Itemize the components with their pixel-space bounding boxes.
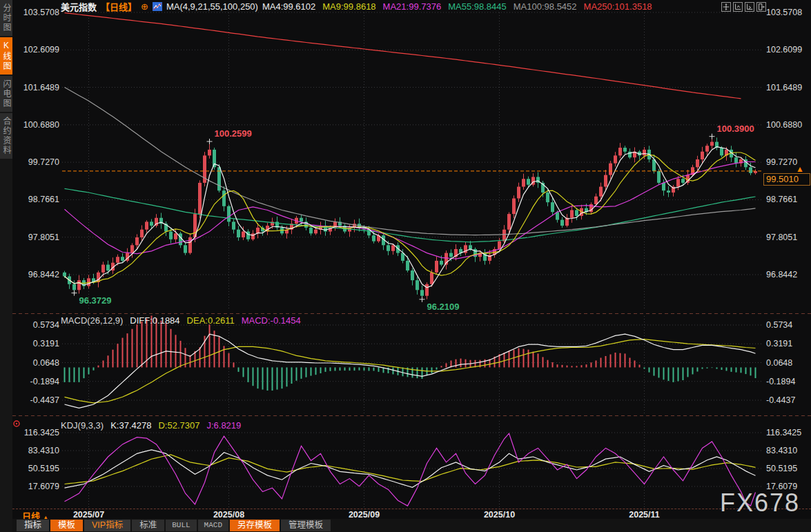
fit-x-axis-icon[interactable] (745, 2, 754, 12)
kdj-name: KDJ(9,3,3) (61, 420, 104, 431)
kdj-k-value: K:37.4278 (110, 420, 151, 431)
svg-text:0.0648: 0.0648 (766, 358, 792, 368)
svg-text:50.5195: 50.5195 (766, 464, 797, 473)
price-annotations (72, 134, 715, 302)
x-axis-label: 2025/10 (484, 510, 515, 520)
svg-text:102.6099: 102.6099 (766, 45, 802, 55)
svg-text:100.3900: 100.3900 (717, 124, 754, 134)
window-controls (721, 2, 766, 12)
macd-pane (65, 315, 756, 408)
exit-icon[interactable] (756, 2, 766, 12)
kdj-pane (65, 433, 756, 506)
macd-hist-value: MACD:-0.1454 (242, 315, 301, 326)
toolbar-button-0[interactable]: 指标 (17, 520, 49, 531)
sidebar-tab-0[interactable]: 分时图 (0, 0, 12, 36)
svg-text:96.3729: 96.3729 (79, 295, 112, 306)
svg-text:97.8051: 97.8051 (28, 233, 59, 242)
ma-values: MA4:99.6102MA9:99.8618MA21:99.7376MA55:9… (262, 1, 652, 12)
x-axis-row: 日线 ▲ 2025/072025/082025/092025/102025/11 (12, 509, 811, 520)
x-axis-label: 2025/08 (213, 510, 244, 520)
ma-value: MA55:98.8445 (448, 1, 507, 12)
svg-text:17.6079: 17.6079 (28, 482, 59, 491)
toolbar-button-4[interactable]: BULL (166, 520, 196, 531)
svg-text:100.2599: 100.2599 (215, 128, 252, 139)
ma-value: MA4:99.6102 (262, 1, 315, 12)
period-tag: 【日线】 (101, 0, 137, 13)
sidebar-tab-2[interactable]: 闪电图 (0, 76, 12, 112)
add-indicator-icon[interactable]: ⊕ (141, 1, 148, 12)
macd-diff-value: DIFF:0.1884 (130, 315, 179, 326)
svg-text:-0.4437: -0.4437 (766, 395, 795, 405)
price-up-arrow-icon: ▲ (796, 164, 804, 174)
svg-text:0.5734: 0.5734 (766, 320, 792, 330)
svg-text:99.7270: 99.7270 (766, 157, 797, 167)
svg-text:101.6489: 101.6489 (23, 83, 59, 92)
pan-icon[interactable] (721, 2, 731, 12)
kdj-header: KDJ(9,3,3) K:37.4278 D:52.7307 J:6.8219 (61, 420, 241, 431)
svg-text:0.0648: 0.0648 (33, 358, 59, 368)
sidebar-tab-1[interactable]: K线图 (0, 37, 12, 75)
chart-canvas[interactable]: 103.5708103.5708102.6099102.6099101.6489… (0, 0, 811, 532)
chart-style-icon[interactable] (153, 2, 162, 11)
svg-text:100.6880: 100.6880 (23, 120, 59, 130)
ma-lines (65, 13, 756, 288)
x-axis-label: 2025/09 (349, 510, 380, 520)
svg-text:-0.4437: -0.4437 (30, 395, 59, 405)
bottom-toolbar: 指标模板VIP指标标准BULLMACD另存模板管理模板 (12, 519, 811, 532)
svg-text:98.7661: 98.7661 (766, 195, 797, 204)
svg-text:96.8442: 96.8442 (766, 270, 797, 279)
svg-text:96.8442: 96.8442 (28, 270, 59, 279)
chart-type-sidebar: 分时图K线图闪电图合约资料 (0, 0, 12, 532)
svg-text:101.6489: 101.6489 (766, 83, 802, 92)
toolbar-button-5[interactable]: MACD (198, 520, 228, 531)
x-axis-label: 2025/07 (73, 510, 104, 520)
svg-text:100.6880: 100.6880 (766, 120, 802, 130)
svg-text:96.2109: 96.2109 (427, 302, 460, 312)
svg-text:99.7270: 99.7270 (28, 157, 59, 167)
svg-text:50.5195: 50.5195 (28, 464, 59, 473)
svg-text:103.5708: 103.5708 (766, 8, 802, 17)
symbol-name: 美元指数 (61, 0, 97, 13)
toolbar-button-2[interactable]: VIP指标 (84, 520, 130, 531)
ma-settings-label: MA(4,9,21,55,100,250) (166, 1, 258, 12)
svg-text:0.3191: 0.3191 (766, 339, 792, 348)
macd-dea-value: DEA:0.2611 (187, 315, 235, 326)
watermark: FX678 (720, 489, 800, 518)
x-axis-label: 2025/11 (629, 510, 660, 520)
svg-text:-0.1894: -0.1894 (766, 377, 795, 386)
svg-text:97.8051: 97.8051 (766, 233, 797, 242)
kdj-d-value: D:52.7307 (158, 420, 199, 431)
fit-y-axis-icon[interactable] (733, 2, 743, 12)
last-price-tag: 99.5010 (763, 173, 810, 186)
ma-value: MA100:98.5452 (514, 1, 577, 12)
svg-text:98.7661: 98.7661 (28, 195, 59, 204)
svg-text:0.3191: 0.3191 (33, 339, 59, 348)
svg-text:102.6099: 102.6099 (23, 45, 59, 55)
svg-text:83.4310: 83.4310 (766, 446, 797, 455)
chart-header: 美元指数 【日线】 ⊕ MA(4,9,21,55,100,250) MA4:99… (61, 0, 652, 13)
macd-header: MACD(26,12,9) DIFF:0.1884 DEA:0.2611 MAC… (61, 315, 301, 326)
toolbar-button-6[interactable]: 另存模板 (230, 520, 280, 531)
trading-app: 103.5708103.5708102.6099102.6099101.6489… (0, 0, 811, 532)
sidebar-tab-3[interactable]: 合约资料 (0, 113, 12, 159)
kdj-settings-icon[interactable] (14, 421, 19, 426)
ma-value: MA21:99.7376 (383, 1, 442, 12)
macd-name: MACD(26,12,9) (61, 315, 123, 326)
svg-text:83.4310: 83.4310 (28, 446, 59, 455)
ma-value: MA250:101.3518 (584, 1, 652, 12)
toolbar-button-3[interactable]: 标准 (132, 520, 164, 531)
toolbar-button-7[interactable]: 管理模板 (281, 520, 331, 531)
svg-text:-0.1894: -0.1894 (30, 377, 59, 386)
ma-value: MA9:99.8618 (322, 1, 375, 12)
kdj-j-value: J:6.8219 (206, 420, 241, 431)
grid (12, 12, 811, 507)
svg-text:0.5734: 0.5734 (33, 320, 59, 330)
svg-text:116.3425: 116.3425 (24, 428, 59, 437)
axis-labels: 103.5708103.5708102.6099102.6099101.6489… (23, 8, 802, 491)
svg-text:116.3425: 116.3425 (766, 428, 801, 437)
last-price-value: 99.5010 (766, 174, 799, 184)
svg-text:103.5708: 103.5708 (23, 8, 59, 17)
toolbar-button-1[interactable]: 模板 (50, 520, 83, 531)
